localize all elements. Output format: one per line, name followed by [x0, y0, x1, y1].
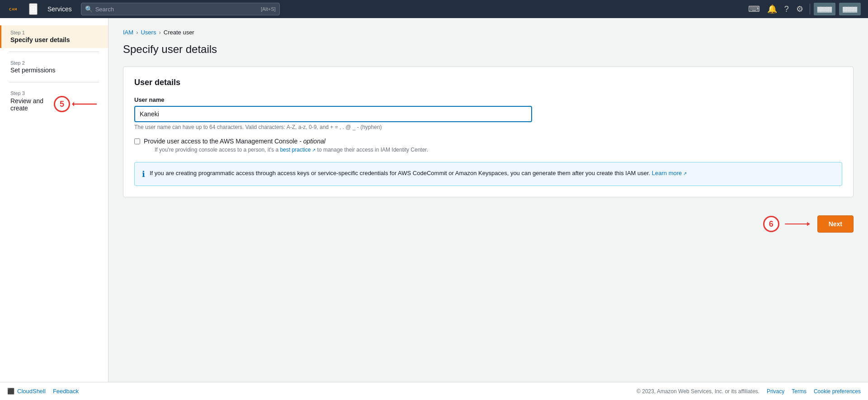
breadcrumb-sep-2: › — [159, 29, 160, 36]
nav-divider — [810, 4, 810, 14]
sidebar-step-1: Step 1 Specify user details — [0, 25, 108, 48]
help-icon[interactable]: ? — [782, 3, 792, 16]
settings-icon[interactable]: ⚙ — [793, 2, 806, 16]
cloudshell-icon: ⬛ — [7, 388, 14, 395]
step3-title: Review and create — [10, 97, 47, 112]
breadcrumb-current: Create user — [164, 29, 194, 36]
search-bar: 🔍 [Alt+S] — [81, 3, 280, 15]
search-shortcut: [Alt+S] — [261, 6, 276, 12]
step1-label: Step 1 — [10, 30, 99, 35]
step1-title: Specify user details — [10, 36, 99, 43]
account-button[interactable]: ▓▓▓▓ — [814, 3, 835, 15]
svg-marker-3 — [807, 222, 810, 226]
aws-logo — [7, 5, 22, 14]
learn-more-link[interactable]: Learn more — [652, 170, 687, 176]
step2-title: Set permissions — [10, 67, 99, 74]
copyright: © 2023, Amazon Web Services, Inc. or its… — [637, 388, 760, 395]
footer-right: © 2023, Amazon Web Services, Inc. or its… — [637, 388, 861, 395]
content-area: IAM › Users › Create user Specify user d… — [108, 18, 868, 382]
step-divider-1 — [9, 52, 99, 52]
region-button[interactable]: ▓▓▓▓ — [839, 3, 861, 15]
footer-left: ⬛ CloudShell Feedback — [7, 388, 79, 395]
username-hint: The user name can have up to 64 characte… — [134, 124, 842, 130]
console-access-row: Provide user access to the AWS Managemen… — [134, 138, 842, 153]
arrow-left-5 — [72, 100, 99, 109]
privacy-link[interactable]: Privacy — [767, 388, 784, 395]
breadcrumb-users[interactable]: Users — [141, 29, 156, 36]
info-box: ℹ If you are creating programmatic acces… — [134, 162, 842, 186]
breadcrumb: IAM › Users › Create user — [123, 29, 854, 36]
next-button[interactable]: Next — [817, 215, 854, 233]
sidebar-step-3: Step 3 Review and create 5 — [0, 86, 108, 117]
footer: ⬛ CloudShell Feedback © 2023, Amazon Web… — [0, 382, 868, 400]
nav-icons: ⌨ 🔔 ? ⚙ ▓▓▓▓ ▓▓▓▓ — [745, 2, 861, 16]
page-title: Specify user details — [123, 43, 854, 56]
feedback-link[interactable]: Feedback — [53, 388, 79, 395]
info-text: If you are creating programmatic access … — [150, 169, 687, 178]
console-access-label[interactable]: Provide user access to the AWS Managemen… — [144, 138, 326, 145]
username-input[interactable] — [134, 106, 532, 122]
console-access-checkbox[interactable] — [134, 138, 140, 144]
annotation-5: 5 — [54, 96, 70, 112]
top-navigation: ⊞ Services 🔍 [Alt+S] ⌨ 🔔 ? ⚙ ▓▓▓▓ ▓▓▓▓ — [0, 0, 868, 18]
username-field: User name The user name can have up to 6… — [134, 96, 842, 130]
actions-bar: 6 Next — [123, 208, 854, 240]
svg-marker-1 — [72, 102, 74, 106]
annotation-6: 6 — [763, 216, 779, 232]
info-icon: ℹ — [142, 169, 145, 179]
step2-label: Step 2 — [10, 60, 99, 66]
username-label: User name — [134, 96, 842, 103]
cloudshell-button[interactable]: ⬛ CloudShell — [7, 388, 46, 395]
sidebar-step-2: Step 2 Set permissions — [0, 56, 108, 78]
terminal-icon[interactable]: ⌨ — [745, 2, 763, 16]
search-icon: 🔍 — [85, 5, 93, 13]
grid-menu-icon[interactable]: ⊞ — [29, 3, 38, 15]
console-sublabel: If you're providing console access to a … — [155, 147, 428, 153]
step-divider-2 — [9, 82, 99, 82]
arrow-right-6 — [783, 219, 810, 229]
terms-link[interactable]: Terms — [792, 388, 807, 395]
cookies-link[interactable]: Cookie preferences — [814, 388, 861, 395]
step3-label: Step 3 — [10, 90, 99, 96]
services-button[interactable]: Services — [44, 4, 75, 14]
best-practice-link[interactable]: best practice — [280, 147, 316, 153]
card-title: User details — [134, 78, 842, 87]
breadcrumb-sep-1: › — [136, 29, 138, 36]
breadcrumb-iam[interactable]: IAM — [123, 29, 133, 36]
search-input[interactable] — [95, 6, 258, 13]
user-details-card: User details User name The user name can… — [123, 67, 854, 197]
steps-sidebar: Step 1 Specify user details Step 2 Set p… — [0, 18, 108, 382]
bell-icon[interactable]: 🔔 — [764, 2, 780, 16]
